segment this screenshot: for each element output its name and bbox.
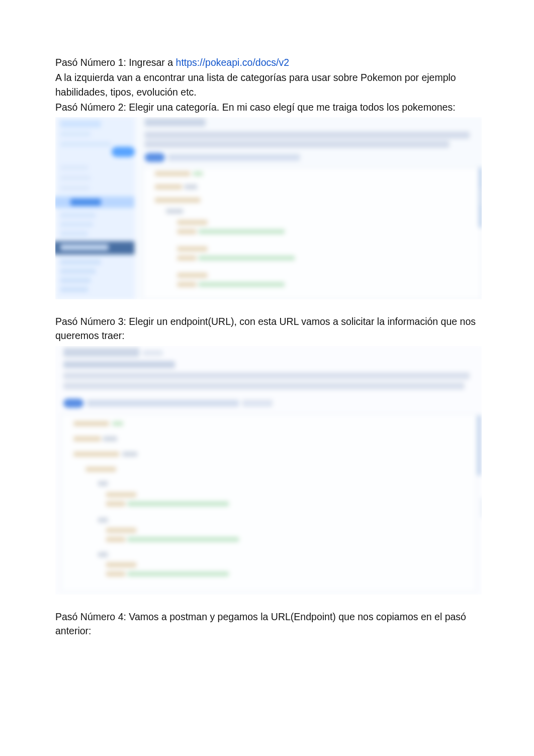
step-3-line: Pasó Número 3: Elegir un endpoint(URL), … [55,314,479,343]
pokeapi-docs-link[interactable]: https://pokeapi.co/docs/v2 [176,57,289,68]
screenshot-endpoint-detail [55,346,482,595]
step-1-description: A la izquierda van a encontrar una lista… [55,70,479,99]
document-page: Pasó Número 1: Ingresar a https://pokeap… [0,0,534,756]
step-2-line: Pasó Número 2: Elegir una categoría. En … [55,100,479,114]
step-4-line: Pasó Número 4: Vamos a postman y pegamos… [55,610,479,638]
step-1-line: Pasó Número 1: Ingresar a https://pokeap… [55,55,479,69]
screenshot-pokeapi-docs [55,117,482,299]
step-1-prefix: Pasó Número 1: Ingresar a [55,57,176,68]
